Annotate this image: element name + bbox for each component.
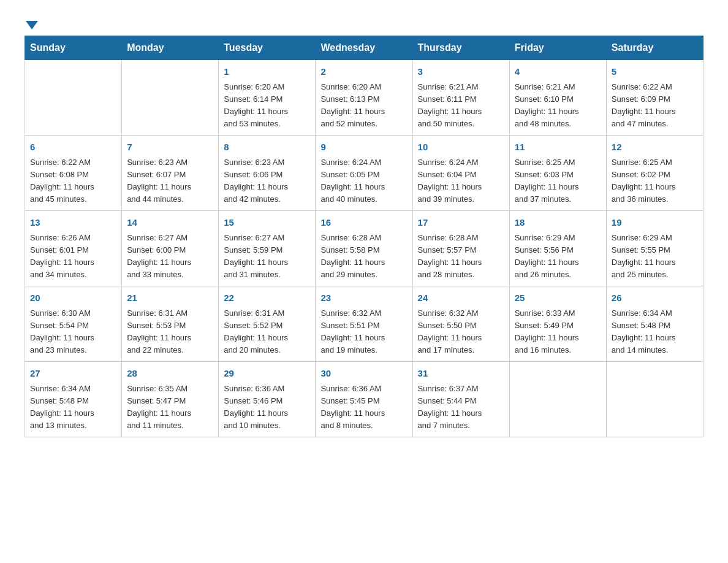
day-number: 24 (418, 291, 504, 305)
calendar-cell: 17Sunrise: 6:28 AM Sunset: 5:57 PM Dayli… (412, 211, 509, 286)
day-info: Sunrise: 6:36 AM Sunset: 5:45 PM Dayligh… (320, 383, 407, 432)
calendar-cell: 6Sunrise: 6:22 AM Sunset: 6:08 PM Daylig… (25, 136, 122, 211)
calendar-cell: 20Sunrise: 6:30 AM Sunset: 5:54 PM Dayli… (25, 286, 122, 362)
day-info: Sunrise: 6:22 AM Sunset: 6:08 PM Dayligh… (30, 156, 116, 206)
calendar-cell: 15Sunrise: 6:27 AM Sunset: 5:59 PM Dayli… (219, 211, 316, 286)
header (25, 18, 703, 29)
day-info: Sunrise: 6:20 AM Sunset: 6:13 PM Dayligh… (320, 81, 407, 131)
day-number: 10 (418, 140, 504, 155)
day-info: Sunrise: 6:20 AM Sunset: 6:14 PM Dayligh… (224, 81, 310, 131)
calendar-cell: 2Sunrise: 6:20 AM Sunset: 6:13 PM Daylig… (316, 60, 412, 136)
calendar-cell: 25Sunrise: 6:33 AM Sunset: 5:49 PM Dayli… (509, 286, 606, 362)
day-info: Sunrise: 6:32 AM Sunset: 5:51 PM Dayligh… (320, 307, 407, 357)
calendar-cell: 23Sunrise: 6:32 AM Sunset: 5:51 PM Dayli… (316, 286, 412, 362)
day-info: Sunrise: 6:22 AM Sunset: 6:09 PM Dayligh… (612, 81, 698, 131)
day-number: 3 (418, 65, 504, 79)
day-number: 20 (30, 291, 116, 305)
day-number: 17 (418, 216, 504, 230)
calendar-cell: 18Sunrise: 6:29 AM Sunset: 5:56 PM Dayli… (509, 211, 606, 286)
day-info: Sunrise: 6:37 AM Sunset: 5:44 PM Dayligh… (418, 383, 504, 432)
day-info: Sunrise: 6:24 AM Sunset: 6:04 PM Dayligh… (418, 156, 504, 206)
day-number: 15 (224, 216, 310, 230)
weekday-header-sunday: Sunday (25, 36, 122, 60)
calendar-week-3: 13Sunrise: 6:26 AM Sunset: 6:01 PM Dayli… (25, 211, 703, 286)
calendar-cell: 19Sunrise: 6:29 AM Sunset: 5:55 PM Dayli… (606, 211, 703, 286)
day-info: Sunrise: 6:29 AM Sunset: 5:56 PM Dayligh… (515, 232, 601, 282)
calendar-cell: 12Sunrise: 6:25 AM Sunset: 6:02 PM Dayli… (606, 136, 703, 211)
calendar-cell: 27Sunrise: 6:34 AM Sunset: 5:48 PM Dayli… (25, 362, 122, 437)
day-info: Sunrise: 6:25 AM Sunset: 6:03 PM Dayligh… (515, 156, 601, 206)
day-number: 29 (224, 367, 310, 381)
calendar-table: SundayMondayTuesdayWednesdayThursdayFrid… (25, 36, 703, 437)
day-number: 12 (612, 140, 698, 155)
day-info: Sunrise: 6:34 AM Sunset: 5:48 PM Dayligh… (30, 383, 116, 432)
day-info: Sunrise: 6:27 AM Sunset: 6:00 PM Dayligh… (127, 232, 213, 282)
logo (25, 18, 38, 29)
day-info: Sunrise: 6:32 AM Sunset: 5:50 PM Dayligh… (418, 307, 504, 357)
calendar-cell (606, 362, 703, 437)
day-number: 19 (612, 216, 698, 230)
calendar-cell: 24Sunrise: 6:32 AM Sunset: 5:50 PM Dayli… (412, 286, 509, 362)
day-info: Sunrise: 6:35 AM Sunset: 5:47 PM Dayligh… (127, 383, 213, 432)
day-info: Sunrise: 6:28 AM Sunset: 5:57 PM Dayligh… (418, 232, 504, 282)
day-info: Sunrise: 6:33 AM Sunset: 5:49 PM Dayligh… (515, 307, 601, 357)
calendar-cell: 10Sunrise: 6:24 AM Sunset: 6:04 PM Dayli… (412, 136, 509, 211)
logo-triangle-icon (26, 21, 38, 29)
day-number: 21 (127, 291, 213, 305)
day-info: Sunrise: 6:31 AM Sunset: 5:52 PM Dayligh… (224, 307, 310, 357)
day-info: Sunrise: 6:29 AM Sunset: 5:55 PM Dayligh… (612, 232, 698, 282)
day-info: Sunrise: 6:27 AM Sunset: 5:59 PM Dayligh… (224, 232, 310, 282)
day-info: Sunrise: 6:34 AM Sunset: 5:48 PM Dayligh… (612, 307, 698, 357)
calendar-cell: 11Sunrise: 6:25 AM Sunset: 6:03 PM Dayli… (509, 136, 606, 211)
day-number: 14 (127, 216, 213, 230)
weekday-header-thursday: Thursday (412, 36, 509, 60)
calendar-cell: 8Sunrise: 6:23 AM Sunset: 6:06 PM Daylig… (219, 136, 316, 211)
calendar-cell: 28Sunrise: 6:35 AM Sunset: 5:47 PM Dayli… (122, 362, 219, 437)
calendar-cell: 30Sunrise: 6:36 AM Sunset: 5:45 PM Dayli… (316, 362, 412, 437)
day-info: Sunrise: 6:30 AM Sunset: 5:54 PM Dayligh… (30, 307, 116, 357)
day-info: Sunrise: 6:21 AM Sunset: 6:11 PM Dayligh… (418, 81, 504, 131)
day-number: 11 (515, 140, 601, 155)
day-info: Sunrise: 6:26 AM Sunset: 6:01 PM Dayligh… (30, 232, 116, 282)
calendar-cell: 7Sunrise: 6:23 AM Sunset: 6:07 PM Daylig… (122, 136, 219, 211)
day-number: 13 (30, 216, 116, 230)
day-number: 22 (224, 291, 310, 305)
calendar-week-5: 27Sunrise: 6:34 AM Sunset: 5:48 PM Dayli… (25, 362, 703, 437)
day-info: Sunrise: 6:23 AM Sunset: 6:07 PM Dayligh… (127, 156, 213, 206)
day-number: 25 (515, 291, 601, 305)
day-number: 2 (320, 65, 407, 79)
calendar-week-1: 1Sunrise: 6:20 AM Sunset: 6:14 PM Daylig… (25, 60, 703, 136)
day-number: 28 (127, 367, 213, 381)
calendar-cell: 22Sunrise: 6:31 AM Sunset: 5:52 PM Dayli… (219, 286, 316, 362)
day-number: 30 (320, 367, 407, 381)
day-number: 16 (320, 216, 407, 230)
calendar-cell: 31Sunrise: 6:37 AM Sunset: 5:44 PM Dayli… (412, 362, 509, 437)
day-info: Sunrise: 6:28 AM Sunset: 5:58 PM Dayligh… (320, 232, 407, 282)
day-number: 23 (320, 291, 407, 305)
calendar-cell (25, 60, 122, 136)
calendar-cell (509, 362, 606, 437)
day-number: 4 (515, 65, 601, 79)
day-number: 26 (612, 291, 698, 305)
calendar-header: SundayMondayTuesdayWednesdayThursdayFrid… (25, 36, 703, 60)
day-info: Sunrise: 6:31 AM Sunset: 5:53 PM Dayligh… (127, 307, 213, 357)
day-info: Sunrise: 6:24 AM Sunset: 6:05 PM Dayligh… (320, 156, 407, 206)
day-number: 8 (224, 140, 310, 155)
day-number: 5 (612, 65, 698, 79)
calendar-cell: 9Sunrise: 6:24 AM Sunset: 6:05 PM Daylig… (316, 136, 412, 211)
calendar-cell (122, 60, 219, 136)
weekday-header-monday: Monday (122, 36, 219, 60)
day-info: Sunrise: 6:21 AM Sunset: 6:10 PM Dayligh… (515, 81, 601, 131)
calendar-week-4: 20Sunrise: 6:30 AM Sunset: 5:54 PM Dayli… (25, 286, 703, 362)
day-number: 27 (30, 367, 116, 381)
calendar-cell: 14Sunrise: 6:27 AM Sunset: 6:00 PM Dayli… (122, 211, 219, 286)
day-info: Sunrise: 6:23 AM Sunset: 6:06 PM Dayligh… (224, 156, 310, 206)
day-info: Sunrise: 6:36 AM Sunset: 5:46 PM Dayligh… (224, 383, 310, 432)
weekday-header-friday: Friday (509, 36, 606, 60)
weekday-header-tuesday: Tuesday (219, 36, 316, 60)
calendar-cell: 16Sunrise: 6:28 AM Sunset: 5:58 PM Dayli… (316, 211, 412, 286)
calendar-cell: 26Sunrise: 6:34 AM Sunset: 5:48 PM Dayli… (606, 286, 703, 362)
calendar-cell: 21Sunrise: 6:31 AM Sunset: 5:53 PM Dayli… (122, 286, 219, 362)
calendar-cell: 29Sunrise: 6:36 AM Sunset: 5:46 PM Dayli… (219, 362, 316, 437)
calendar-cell: 3Sunrise: 6:21 AM Sunset: 6:11 PM Daylig… (412, 60, 509, 136)
